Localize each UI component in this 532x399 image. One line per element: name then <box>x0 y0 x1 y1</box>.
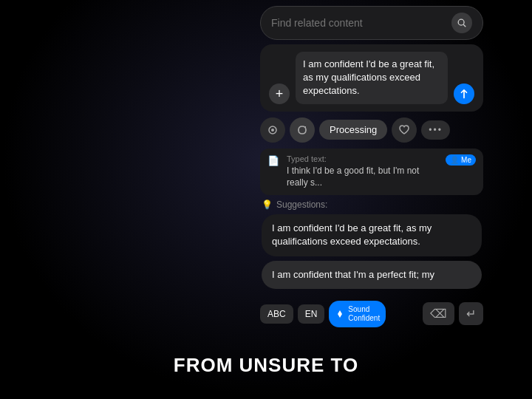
heart-icon <box>398 124 410 136</box>
toolbar-rewrite-button[interactable] <box>290 117 315 143</box>
mode-key[interactable]: Sound Confident <box>329 301 386 327</box>
typed-content: Typed text: I think I'd be a good fit, b… <box>287 154 440 190</box>
abc-key[interactable]: ABC <box>260 304 293 324</box>
bottom-text: FROM UNSURE TO <box>0 354 532 377</box>
suggestions-label: 💡 Suggestions: <box>262 200 482 210</box>
toolbar-more-button[interactable]: ••• <box>421 120 450 140</box>
delete-key[interactable]: ⌫ <box>423 302 454 325</box>
suggestion-card-0[interactable]: I am confident I'd be a great fit, as my… <box>262 214 482 256</box>
suggestions-section: 💡 Suggestions: I am confident I'd be a g… <box>260 200 483 293</box>
mode-label: Sound Confident <box>348 305 380 323</box>
suggestion-card-1[interactable]: I am confident that I'm a perfect fit; m… <box>262 261 482 289</box>
compose-area: + I am confident I'd be a great fit, as … <box>260 44 483 112</box>
search-icon <box>457 18 467 28</box>
return-key[interactable]: ↵ <box>459 302 483 325</box>
keyboard-row: ABC EN Sound Confident ⌫ ↵ <box>260 298 483 330</box>
document-icon: 📄 <box>267 155 281 168</box>
svg-point-0 <box>458 19 464 25</box>
en-key[interactable]: EN <box>298 304 325 324</box>
toolbar-voice-button[interactable] <box>260 117 285 143</box>
svg-line-1 <box>463 24 466 27</box>
bulb-icon: 💡 <box>262 200 273 210</box>
typed-area: 📄 Typed text: I think I'd be a good fit,… <box>260 149 483 196</box>
compose-text[interactable]: I am confident I'd be a great fit, as my… <box>296 52 448 104</box>
compose-send-button[interactable] <box>454 83 474 104</box>
toolbar-row: Processing ••• <box>260 116 483 144</box>
search-input[interactable] <box>271 17 446 29</box>
mode-icon <box>335 309 345 319</box>
voice-icon <box>267 124 279 136</box>
toolbar-heart-button[interactable] <box>392 117 417 143</box>
typed-text-value: I think I'd be a good fit, but I'm not r… <box>287 165 440 190</box>
main-panel: + I am confident I'd be a great fit, as … <box>260 6 483 330</box>
send-icon <box>459 89 469 99</box>
compose-plus-button[interactable]: + <box>269 83 290 104</box>
me-icon: 👤 <box>450 156 459 164</box>
me-label: Me <box>461 156 471 164</box>
rewrite-icon <box>296 124 308 136</box>
search-button[interactable] <box>451 13 472 33</box>
svg-point-3 <box>271 129 274 132</box>
search-bar <box>260 6 483 40</box>
typed-label: Typed text: <box>287 154 440 163</box>
processing-badge[interactable]: Processing <box>319 120 387 140</box>
me-badge: 👤 Me <box>446 154 476 166</box>
